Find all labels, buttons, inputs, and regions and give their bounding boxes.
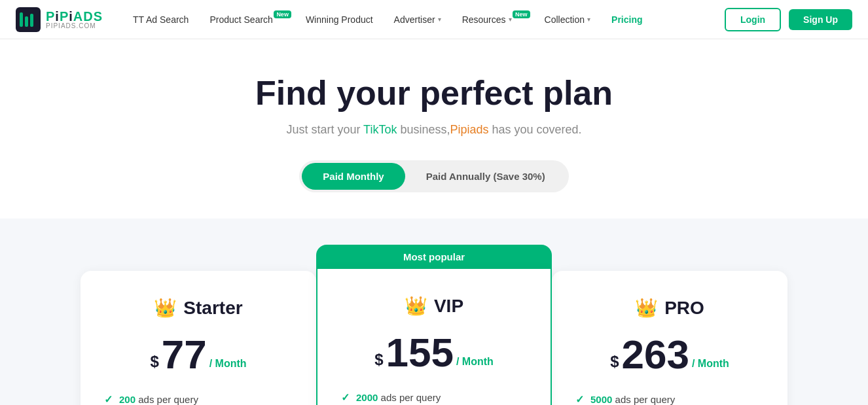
resources-chevron: ▾	[509, 16, 512, 23]
vip-crown-icon: 👑	[405, 295, 427, 317]
logo-text: PiPiADS PIPIADS.COM	[46, 10, 103, 29]
vip-plan-name: VIP	[434, 296, 463, 317]
logo-name: PiPiADS	[46, 10, 103, 23]
starter-price: 77	[162, 334, 207, 375]
vip-name-row: 👑 VIP	[341, 295, 527, 317]
nav-item-product-search[interactable]: Product Search New	[200, 9, 294, 30]
feature-item: ✓ 5000 ads per query	[575, 393, 764, 405]
svg-rect-2	[25, 16, 28, 27]
logo[interactable]: PiPiADS PIPIADS.COM	[16, 7, 103, 32]
starter-period: / Month	[209, 358, 247, 370]
nav-item-collection[interactable]: Collection ▾	[535, 9, 600, 30]
collection-chevron: ▾	[587, 16, 590, 23]
starter-price-row: $ 77 / Month	[104, 334, 293, 375]
most-popular-badge: Most popular	[316, 245, 552, 269]
hero-title: Find your perfect plan	[0, 73, 868, 113]
resources-badge: New	[513, 10, 530, 18]
pro-price: 263	[622, 334, 689, 375]
pro-crown-icon: 👑	[635, 297, 658, 319]
starter-features: ✓ 200 ads per query ✓ 50 ad details per …	[104, 393, 293, 405]
check-icon: ✓	[575, 393, 584, 405]
starter-plan-name: Starter	[183, 298, 242, 319]
signup-button[interactable]: Sign Up	[789, 9, 852, 30]
starter-crown-icon: 👑	[154, 297, 177, 319]
pro-price-row: $ 263 / Month	[575, 334, 764, 375]
billing-toggle: Paid Monthly Paid Annually (Save 30%)	[299, 160, 568, 192]
plan-card-starter: 👑 Starter $ 77 / Month ✓ 200 ads per que…	[81, 271, 316, 405]
login-button[interactable]: Login	[725, 8, 781, 31]
plan-card-vip: 👑 VIP $ 155 / Month ✓ 2000 ads per query…	[316, 269, 552, 405]
pricing-section: 👑 Starter $ 77 / Month ✓ 200 ads per que…	[0, 219, 868, 405]
nav-auth: Login Sign Up	[725, 8, 852, 31]
svg-rect-1	[20, 12, 23, 27]
hero-section: Find your perfect plan Just start your T…	[0, 39, 868, 219]
navbar: PiPiADS PIPIADS.COM TT Ad Search Product…	[0, 0, 868, 39]
nav-item-winning-product[interactable]: Winning Product	[297, 9, 382, 30]
pro-period: / Month	[692, 358, 729, 370]
pro-name-row: 👑 PRO	[575, 297, 764, 319]
check-icon: ✓	[104, 393, 113, 405]
logo-icon	[16, 7, 41, 32]
feature-item: ✓ 2000 ads per query	[341, 391, 527, 404]
starter-name-row: 👑 Starter	[104, 297, 293, 319]
logo-url: PIPIADS.COM	[46, 23, 103, 29]
nav-item-tt-ad-search[interactable]: TT Ad Search	[124, 9, 198, 30]
check-icon: ✓	[341, 391, 350, 404]
vip-dollar: $	[374, 351, 383, 369]
starter-dollar: $	[150, 353, 158, 371]
svg-rect-3	[30, 14, 33, 27]
vip-price: 155	[386, 332, 454, 373]
pro-plan-name: PRO	[664, 298, 704, 319]
toggle-annually[interactable]: Paid Annually (Save 30%)	[405, 163, 566, 190]
pro-features: ✓ 5000 ads per query ✓ 1000 ad details p…	[575, 393, 764, 405]
nav-item-resources[interactable]: Resources New ▾	[453, 9, 533, 30]
nav-item-advertiser[interactable]: Advertiser ▾	[385, 9, 450, 30]
pro-dollar: $	[610, 353, 619, 371]
feature-item: ✓ 200 ads per query	[104, 393, 293, 405]
nav-item-pricing[interactable]: Pricing	[602, 9, 651, 30]
nav-links: TT Ad Search Product Search New Winning …	[124, 9, 725, 30]
plan-card-pro: 👑 PRO $ 263 / Month ✓ 5000 ads per query…	[552, 271, 787, 405]
toggle-monthly[interactable]: Paid Monthly	[302, 163, 405, 190]
vip-price-row: $ 155 / Month	[341, 332, 527, 373]
hero-subtitle: Just start your TikTok business,Pipiads …	[0, 123, 868, 137]
vip-period: / Month	[456, 356, 494, 368]
product-search-badge: New	[274, 10, 291, 18]
plan-card-vip-wrapper: Most popular 👑 VIP $ 155 / Month ✓ 2000 …	[316, 245, 552, 405]
advertiser-chevron: ▾	[438, 16, 441, 23]
vip-features: ✓ 2000 ads per query ✓ 200 ad details pe…	[341, 391, 527, 405]
